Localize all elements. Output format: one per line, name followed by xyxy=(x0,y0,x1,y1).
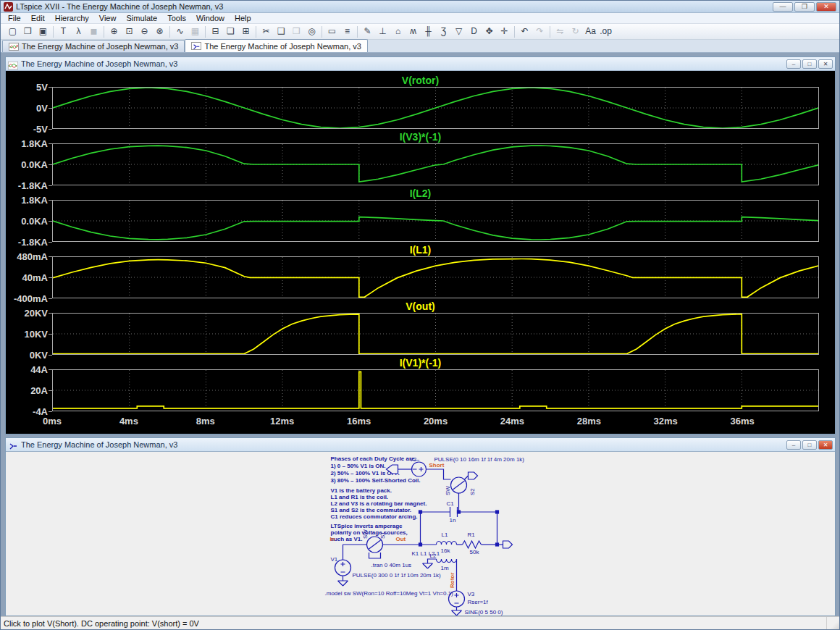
net-label-out[interactable]: Out xyxy=(396,536,406,542)
cut-icon[interactable]: ✂ xyxy=(259,25,274,38)
waveform-close-button[interactable]: ✕ xyxy=(818,59,833,69)
r1-ref[interactable]: R1 xyxy=(468,532,476,538)
waveform-pane-plot[interactable] xyxy=(52,313,819,355)
s1-model[interactable]: SW xyxy=(362,529,369,539)
waveform-pane-plot[interactable] xyxy=(52,87,819,129)
menu-view[interactable]: View xyxy=(95,14,121,22)
place-inductor-icon[interactable]: Ʒ xyxy=(436,25,451,38)
zoom-in-icon[interactable]: ⊕ xyxy=(106,25,122,38)
control-panel-icon[interactable]: Т xyxy=(56,25,71,38)
menu-simulate[interactable]: Simulate xyxy=(122,14,161,22)
v1-value[interactable]: PULSE(0 300 0 1f 1f 10m 20m 1k) xyxy=(353,572,442,579)
c1-value[interactable]: 1n xyxy=(450,517,456,524)
x-axis-label: 8ms xyxy=(177,416,235,427)
s2-ref[interactable]: S2 xyxy=(469,488,476,495)
tab-waveform[interactable]: The Energy Machine of Joseph Newman, v3 xyxy=(2,40,185,52)
ground-symbol xyxy=(452,610,462,616)
place-ground-icon[interactable]: ⊥ xyxy=(375,25,390,38)
place-diode-icon[interactable]: ▽ xyxy=(451,25,466,38)
spice-directive-icon[interactable]: .op xyxy=(598,25,613,38)
net-label-short[interactable]: Short xyxy=(429,462,445,469)
menu-file[interactable]: File xyxy=(4,14,25,22)
schematic-window-icon xyxy=(8,440,18,449)
halt-simulation-icon: ◼ xyxy=(86,25,101,38)
minimize-button[interactable]: — xyxy=(773,2,793,12)
place-resistor-icon[interactable]: ʍ xyxy=(406,25,421,38)
l1-ref[interactable]: L1 xyxy=(442,532,448,538)
new-schematic-icon[interactable]: ▢ xyxy=(5,25,20,38)
copy-icon[interactable]: ❑ xyxy=(274,25,289,38)
schematic-minimize-button[interactable]: – xyxy=(786,440,801,450)
open-file-icon[interactable]: ❐ xyxy=(20,25,35,38)
menu-tools[interactable]: Tools xyxy=(163,14,190,22)
restore-button[interactable]: ❐ xyxy=(794,2,815,12)
trace-title[interactable]: I(L1) xyxy=(6,245,835,256)
label-net-icon[interactable]: ⌂ xyxy=(390,25,406,38)
waveform-window-titlebar[interactable]: The Energy Machine of Joseph Newman, v3 … xyxy=(6,57,835,71)
net-label-rotor[interactable]: Rotor xyxy=(449,573,455,588)
v3-rser[interactable]: Rser=1f xyxy=(468,599,489,605)
inductor-l2[interactable] xyxy=(437,559,457,563)
tile-horizontal-icon[interactable]: ⊟ xyxy=(208,25,223,38)
save-icon[interactable]: ▣ xyxy=(35,25,51,38)
move-icon[interactable]: ✥ xyxy=(482,25,497,38)
schematic-canvas[interactable]: Phases of each Duty Cycle are... 1) 0 – … xyxy=(6,452,835,616)
zoom-box-icon[interactable]: ⊡ xyxy=(122,25,137,38)
menu-hierarchy[interactable]: Hierarchy xyxy=(51,14,93,22)
waveform-pane-plot[interactable] xyxy=(52,369,819,411)
find-icon[interactable]: ◎ xyxy=(304,25,319,38)
menu-help[interactable]: Help xyxy=(230,14,256,22)
inductor-l1[interactable] xyxy=(437,542,457,545)
s2-model[interactable]: SW xyxy=(445,486,451,495)
waveform-pane-plot[interactable] xyxy=(52,200,819,242)
copy-bitmap-icon[interactable]: ▭ xyxy=(324,25,340,38)
tran-directive[interactable]: .tran 0 40m 1us xyxy=(371,562,412,568)
trace-title[interactable]: I(V3)*(-1) xyxy=(6,132,835,143)
menu-edit[interactable]: Edit xyxy=(27,14,49,22)
waveform-restore-button[interactable]: □ xyxy=(802,59,817,69)
undo-icon[interactable]: ↶ xyxy=(517,25,532,38)
resistor-r1[interactable] xyxy=(463,541,482,548)
capacitor-c1[interactable] xyxy=(450,507,458,517)
schematic-close-button[interactable]: ✕ xyxy=(818,440,833,450)
zoom-full-extents-icon[interactable]: ⊗ xyxy=(152,25,167,38)
model-directive[interactable]: .model sw SW(Ron=10 Roff=10Meg Vt=1 Vh=0… xyxy=(325,590,454,597)
zoom-out-icon[interactable]: ⊖ xyxy=(137,25,152,38)
place-text-icon[interactable]: Aa xyxy=(583,25,598,38)
schematic-window-titlebar[interactable]: The Energy Machine of Joseph Newman, v3 … xyxy=(6,438,835,452)
tile-vertical-icon[interactable]: ⊞ xyxy=(238,25,253,38)
v2-ref[interactable]: V2 xyxy=(410,456,417,463)
trace-title[interactable]: I(L2) xyxy=(6,188,835,200)
schematic-restore-button[interactable]: □ xyxy=(802,440,817,450)
draw-wire-icon[interactable]: ✎ xyxy=(360,25,375,38)
waveform-plot[interactable]: V(rotor)5V0V-5VI(V3)*(-1)1.8KA0.0KA-1.8K… xyxy=(6,71,835,434)
place-component-icon[interactable]: D xyxy=(466,25,482,38)
v1-ref[interactable]: V1 xyxy=(331,556,338,563)
v2-value[interactable]: PULSE(0 10 16m 1f 1f 4m 20m 1k) xyxy=(434,456,525,463)
close-button[interactable]: ✕ xyxy=(816,2,836,12)
menu-window[interactable]: Window xyxy=(192,14,229,22)
l2-value[interactable]: 1m xyxy=(441,565,449,571)
l2-ref[interactable]: L2 xyxy=(430,553,437,559)
run-simulation-icon[interactable]: λ xyxy=(71,25,86,38)
l1-value[interactable]: 16k xyxy=(441,547,451,554)
waveform-pane-plot[interactable] xyxy=(52,256,819,298)
s1-ref[interactable]: S1 xyxy=(379,532,386,539)
waveform-pane-plot[interactable] xyxy=(52,143,819,185)
print-icon[interactable]: ≡ xyxy=(340,25,355,38)
net-label-in[interactable]: In xyxy=(330,536,335,542)
trace-title[interactable]: V(rotor) xyxy=(6,75,835,87)
trace-title[interactable]: I(V1)*(-1) xyxy=(6,358,835,369)
cascade-windows-icon[interactable]: ❏ xyxy=(223,25,238,38)
v3-value[interactable]: SINE(0 5 50 0) xyxy=(465,609,503,616)
autorange-y-axis-icon[interactable]: ∿ xyxy=(172,25,188,38)
drag-icon[interactable]: ✛ xyxy=(497,25,512,38)
r1-value[interactable]: 50k xyxy=(470,549,480,555)
tab-schematic[interactable]: The Energy Machine of Joseph Newman, v3 xyxy=(185,39,367,52)
c1-ref[interactable]: C1 xyxy=(447,500,455,507)
v3-ref[interactable]: V3 xyxy=(468,591,475,597)
trace-title[interactable]: V(out) xyxy=(6,301,835,313)
waveform-minimize-button[interactable]: – xyxy=(786,59,801,69)
place-capacitor-icon[interactable]: ╫ xyxy=(421,25,436,38)
resize-grip[interactable] xyxy=(826,617,839,629)
